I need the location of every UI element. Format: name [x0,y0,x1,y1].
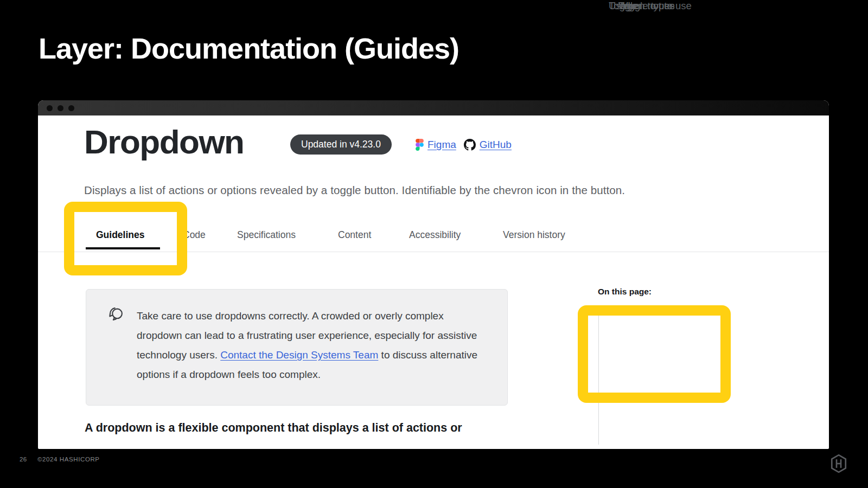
github-link[interactable]: GitHub [464,139,512,151]
github-link-label: GitHub [480,139,512,151]
toc-heading: On this page: [598,287,652,297]
figma-icon [416,139,424,151]
page-number: 26 [20,456,27,463]
github-icon [464,139,476,151]
tab-version-history[interactable]: Version history [503,229,565,241]
callout-text: Take care to use dropdowns correctly. A … [137,306,488,384]
figma-link[interactable]: Figma [416,139,456,151]
page-description: Displays a list of actions or options re… [84,184,625,197]
window-dot-icon [58,105,63,111]
tab-accessibility[interactable]: Accessibility [409,229,461,241]
copyright: ©2024 HASHICORP [37,456,100,463]
discussion-icon [107,305,124,324]
slide: Layer: Documentation (Guides) Dropdown U… [0,0,868,488]
hashicorp-logo-icon [831,454,847,475]
browser-titlebar [38,100,829,115]
tab-guidelines[interactable]: Guidelines [96,229,144,241]
version-badge: Updated in v4.23.0 [290,134,392,155]
slide-title: Layer: Documentation (Guides) [39,31,459,65]
resource-links: Figma GitHub [416,137,512,153]
tab-specifications[interactable]: Specifications [237,229,296,241]
contact-design-systems-link[interactable]: Contact the Design Systems Team [220,349,378,361]
page-title: Dropdown [84,123,244,161]
tab-content[interactable]: Content [338,229,371,241]
active-tab-indicator [86,247,160,249]
tab-code[interactable]: Code [183,229,206,241]
toc-item-toggle-types[interactable]: Toggle types [618,0,675,12]
window-dot-icon [68,105,74,111]
tabs-divider [38,252,829,252]
toc-rail [598,307,599,445]
window-dot-icon [47,105,53,111]
intro-paragraph: A dropdown is a flexible component that … [85,421,462,435]
figma-link-label: Figma [427,139,456,151]
warning-callout: Take care to use dropdowns correctly. A … [86,289,508,406]
